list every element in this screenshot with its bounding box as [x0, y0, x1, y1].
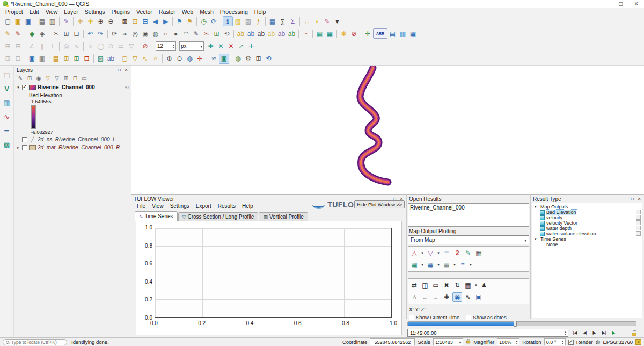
settings-gear-icon[interactable]: ⚙: [243, 54, 253, 64]
menu-item[interactable]: Web: [179, 9, 196, 15]
menu-item[interactable]: View: [149, 203, 167, 209]
apply-labels-icon[interactable]: ab: [106, 54, 116, 64]
result-type-row[interactable]: water depth: [532, 226, 642, 231]
coordinate-input[interactable]: 552845,6842562: [370, 338, 415, 345]
menu-item[interactable]: Vector: [133, 9, 156, 15]
select-freehand-icon[interactable]: ∿: [140, 54, 150, 64]
layer-labeling-icon[interactable]: ab: [236, 28, 246, 39]
dock-float-icon[interactable]: [116, 67, 122, 73]
zoom-last-icon[interactable]: ◀: [150, 16, 160, 26]
show-table-icon[interactable]: ▦: [474, 248, 484, 258]
plot-zoom-icon[interactable]: ◉: [452, 292, 462, 302]
legend-person-icon[interactable]: ♟: [479, 280, 489, 290]
rotate-feature-icon[interactable]: ⟳: [109, 28, 120, 39]
plot-cross-section-icon[interactable]: ▽: [426, 248, 435, 258]
map-canvas[interactable]: [131, 66, 644, 194]
tuflow-insert-icon[interactable]: ⊟: [82, 54, 92, 64]
plot-figure[interactable]: 1.00.80.60.40.20.0 0.00.20.40.60.81.0: [136, 221, 402, 335]
dropdown-arrow-icon[interactable]: ▾: [436, 248, 441, 258]
menu-item[interactable]: Results: [215, 203, 239, 209]
paste-features-icon[interactable]: ⊟: [71, 28, 82, 39]
zoom-next-icon[interactable]: ▶: [160, 16, 171, 26]
edit-curtain-icon[interactable]: ✎: [463, 248, 473, 258]
plot-save-icon[interactable]: ▣: [474, 292, 484, 302]
menu-item[interactable]: Help: [239, 203, 257, 209]
hide-plot-window-button[interactable]: Hide Plot Window >>: [354, 200, 405, 208]
grid-add-icon[interactable]: ⊞: [253, 54, 264, 64]
lock-button[interactable]: [630, 329, 638, 337]
tree-expand-icon[interactable]: [535, 205, 539, 209]
close-all-plots-icon[interactable]: ✖: [442, 280, 451, 290]
redo-icon[interactable]: ↷: [96, 28, 106, 39]
add-delimited-layer-icon[interactable]: ≣: [2, 126, 12, 136]
change-label-icon[interactable]: ab: [287, 28, 297, 39]
menu-item[interactable]: Help: [251, 9, 269, 15]
data-source-manager-icon[interactable]: ▤: [2, 70, 12, 80]
axis-toggle-button[interactable]: [636, 220, 641, 225]
apply-tuflow-styles-icon[interactable]: ▨: [96, 54, 106, 64]
add-raster-layer-icon[interactable]: ▦: [2, 98, 12, 108]
plot-flux-icon[interactable]: ≣: [442, 248, 451, 258]
maximize-button[interactable]: ▢: [613, 0, 628, 8]
open-results-list[interactable]: Riverine_Channel_000: [408, 203, 529, 227]
quick-map-services-icon[interactable]: ✱: [339, 28, 349, 39]
vertex-delete-icon[interactable]: ✕: [226, 41, 236, 51]
profile-plot-icon[interactable]: ▦: [442, 260, 451, 270]
open-results-item[interactable]: Riverine_Channel_000: [410, 205, 527, 211]
add-mesh-layer-icon[interactable]: ∿: [2, 112, 12, 122]
result-type-row[interactable]: water surface elevation: [532, 231, 642, 236]
plot-axes[interactable]: [155, 228, 392, 318]
new-bookmark-icon[interactable]: ⚑: [174, 16, 185, 26]
layer-row[interactable]: Riverine_Channel_000 ⟲: [14, 84, 131, 91]
time-prev-button[interactable]: ◀: [581, 329, 589, 337]
tree-expand-icon[interactable]: [16, 146, 20, 150]
layout-manager-icon[interactable]: ▥: [47, 16, 57, 26]
curtain-plot-icon[interactable]: ▦: [409, 260, 419, 270]
copy-features-icon[interactable]: ⊞: [61, 28, 71, 39]
annotation-icon[interactable]: ✎: [322, 16, 332, 26]
messages-icon[interactable]: [635, 339, 641, 345]
locate-box[interactable]: [3, 339, 67, 345]
plot-tab[interactable]: ∿ Time Series: [135, 211, 178, 221]
save-layer-edits-icon[interactable]: ✎: [13, 28, 23, 39]
snapping-icon[interactable]: ◎: [61, 41, 71, 51]
simplify-feature-icon[interactable]: ≈: [120, 28, 130, 39]
measure-icon[interactable]: ↔: [302, 16, 312, 26]
select-rectangle-icon[interactable]: ▢: [120, 54, 130, 64]
scale-combobox[interactable]: 1:18483: [433, 338, 463, 345]
show-as-dates-checkbox[interactable]: Show as dates: [466, 314, 506, 320]
flood-modeller-icon[interactable]: ≋: [209, 54, 219, 64]
style-manager-icon[interactable]: ✎: [61, 16, 71, 26]
delete-part-icon[interactable]: ●: [171, 28, 181, 39]
tree-expand-icon[interactable]: [16, 85, 20, 90]
filter-legend-icon[interactable]: ▽: [43, 74, 52, 82]
rotate-point-symbols-icon[interactable]: ⟲: [222, 28, 232, 39]
plot-forward-icon[interactable]: →: [431, 292, 441, 302]
vertex-move-icon[interactable]: ↗: [236, 41, 246, 51]
dropdown-arrow-icon[interactable]: ▾: [420, 260, 425, 270]
font-size-spinbox[interactable]: 12: [156, 41, 176, 51]
menu-item[interactable]: Processing: [217, 9, 251, 15]
menu-item[interactable]: Settings: [167, 203, 193, 209]
tracing-icon[interactable]: ∿: [71, 41, 82, 51]
rotate-label-icon[interactable]: ab: [276, 28, 287, 39]
result-type-row[interactable]: None: [532, 242, 642, 247]
result-type-row[interactable]: Time Series: [532, 236, 642, 242]
zoom-to-layer-icon[interactable]: ⊟: [140, 16, 150, 26]
render-checkbox[interactable]: [568, 340, 574, 345]
layer-row[interactable]: ╱ 2d_ns_Riverine_Channel_000_L: [14, 136, 131, 143]
disabled-tool-icon[interactable]: ⊘: [349, 28, 359, 39]
dock-close-icon[interactable]: [123, 67, 129, 73]
tuflow-import-empty-icon[interactable]: ⊞: [71, 54, 82, 64]
flip-secondary-axis-icon[interactable]: ◫: [420, 280, 430, 290]
checkbox-icon[interactable]: [466, 315, 471, 320]
legend-style-icon[interactable]: ≡: [458, 260, 467, 270]
zoom-resolution-icon[interactable]: ⊖: [174, 54, 185, 64]
dropdown-arrow-icon[interactable]: ▾: [469, 260, 473, 270]
plot-tab[interactable]: ▥ Vertical Profile: [259, 212, 308, 221]
menu-item[interactable]: Plugins: [108, 9, 133, 15]
digitize-parallel-icon[interactable]: ∥: [37, 41, 47, 51]
vertex-select-icon[interactable]: ✛: [246, 41, 257, 51]
vertex-cross-icon[interactable]: ✕: [216, 41, 226, 51]
plot-back-icon[interactable]: ←: [420, 292, 430, 302]
